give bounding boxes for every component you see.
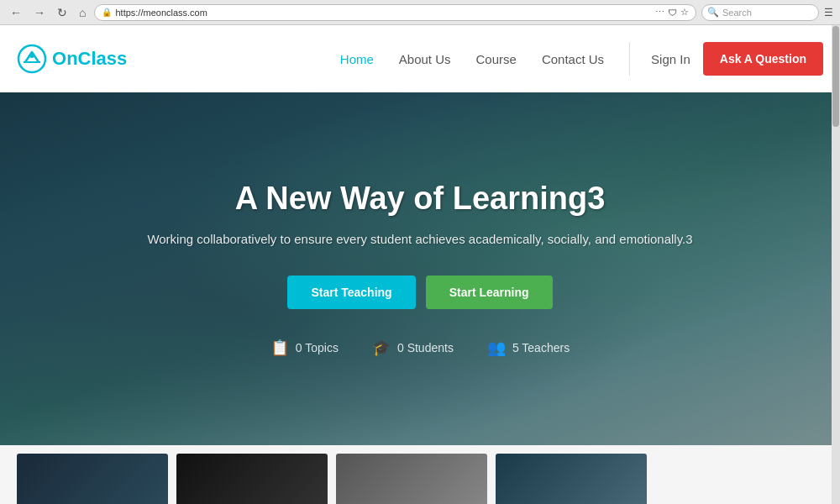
scrollbar[interactable] [832, 25, 840, 504]
start-teaching-button[interactable]: Start Teaching [287, 276, 415, 309]
website: OnClass Home About Us Course Contact Us … [0, 25, 840, 504]
logo-text: OnClass [52, 48, 127, 70]
nav-home[interactable]: Home [340, 52, 374, 66]
scrollbar-thumb[interactable] [832, 26, 839, 127]
more-icon: ⋯ [655, 7, 664, 18]
stat-teachers: 👥 5 Teachers [487, 339, 570, 357]
thumbnail-3[interactable] [336, 454, 487, 504]
back-button[interactable]: ← [7, 4, 25, 21]
topics-icon: 📋 [270, 339, 289, 357]
hero-section: A New Way of Learning3 Working collabora… [0, 92, 840, 445]
nav-links: Home About Us Course Contact Us [340, 52, 604, 66]
navbar: OnClass Home About Us Course Contact Us … [0, 25, 840, 92]
hero-subtitle: Working collaboratively to ensure every … [147, 232, 692, 246]
hero-content: A New Way of Learning3 Working collabora… [147, 181, 692, 357]
address-bar[interactable]: 🔒 https://meonclass.com ⋯ 🛡 ☆ [94, 4, 696, 21]
lock-icon: 🔒 [102, 8, 112, 17]
teachers-icon: 👥 [487, 339, 506, 357]
forward-button[interactable]: → [30, 4, 49, 21]
thumbnail-1[interactable] [17, 454, 168, 504]
logo-icon [17, 44, 47, 74]
ask-question-button[interactable]: Ask A Question [703, 42, 823, 76]
search-icon: 🔍 [707, 7, 719, 18]
star-icon: ☆ [680, 7, 689, 18]
url-text: https://meonclass.com [115, 8, 652, 18]
students-icon: 🎓 [372, 339, 391, 357]
hero-buttons: Start Teaching Start Learning [147, 276, 692, 309]
svg-point-0 [18, 45, 45, 72]
menu-icon[interactable]: ☰ [824, 7, 833, 18]
svg-point-1 [29, 53, 34, 58]
thumbnails-row [0, 445, 840, 504]
search-bar[interactable]: 🔍 Search [701, 4, 819, 21]
refresh-button[interactable]: ↻ [54, 4, 71, 21]
students-value: 0 Students [397, 341, 454, 354]
shield-icon: 🛡 [668, 8, 677, 18]
home-button[interactable]: ⌂ [76, 4, 89, 21]
topics-value: 0 Topics [296, 341, 339, 354]
hero-title: A New Way of Learning3 [147, 181, 692, 217]
search-placeholder: Search [722, 8, 752, 18]
logo[interactable]: OnClass [17, 44, 127, 74]
thumbnail-4[interactable] [496, 454, 647, 504]
hero-stats: 📋 0 Topics 🎓 0 Students 👥 5 Teachers [147, 339, 692, 357]
signin-button[interactable]: Sign In [638, 52, 703, 66]
nav-contact[interactable]: Contact Us [542, 52, 604, 66]
teachers-value: 5 Teachers [512, 341, 570, 354]
stat-students: 🎓 0 Students [372, 339, 454, 357]
nav-divider [629, 42, 630, 76]
browser-chrome: ← → ↻ ⌂ 🔒 https://meonclass.com ⋯ 🛡 ☆ 🔍 … [0, 0, 840, 25]
nav-about[interactable]: About Us [399, 52, 451, 66]
thumbnail-2[interactable] [176, 454, 328, 504]
start-learning-button[interactable]: Start Learning [426, 276, 553, 309]
stat-topics: 📋 0 Topics [270, 339, 339, 357]
browser-icons: ☰ [824, 7, 833, 18]
nav-course[interactable]: Course [476, 52, 517, 66]
